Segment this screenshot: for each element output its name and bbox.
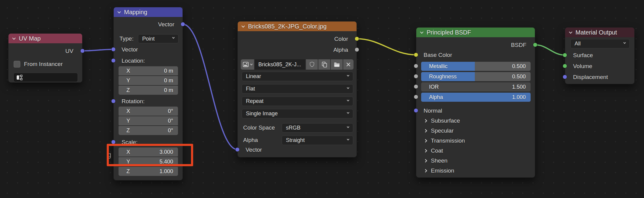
displacement-input-socket[interactable] [563, 75, 567, 79]
output-target-dropdown[interactable]: All [570, 39, 630, 48]
rotation-z-field[interactable]: Z 0° [119, 126, 178, 135]
color-output-label: Color [334, 35, 348, 43]
output-target-value: All [575, 41, 581, 47]
axis-label: X [126, 68, 130, 74]
principled-bsdf-node-header[interactable]: Principled BSDF [416, 28, 535, 37]
vector-input-label: Vector [246, 146, 262, 154]
chevron-down-icon [347, 138, 349, 140]
type-label: Type: [119, 35, 133, 43]
axis-label: X [126, 108, 130, 114]
extension-dropdown[interactable]: Repeat [242, 97, 353, 106]
interpolation-dropdown[interactable]: Linear [242, 72, 353, 81]
chevron-right-icon [424, 159, 427, 162]
image-texture-node[interactable]: Bricks085_2K-JPG_Color.jpg Color Alpha B… [237, 21, 357, 157]
collapse-chevron-icon[interactable] [12, 36, 15, 40]
collapse-chevron-icon[interactable] [241, 24, 245, 28]
ior-field[interactable]: IOR 1.500 [421, 82, 531, 91]
axis-value: 0 m [164, 87, 173, 94]
subsurface-panel[interactable]: Subsurface [424, 117, 460, 125]
slider-label: Roughness [429, 72, 457, 81]
duplicate-button[interactable] [318, 59, 330, 70]
material-output-node[interactable]: Material Output All Surface Volume Displ… [565, 27, 635, 84]
mapping-vector-input-socket[interactable] [111, 47, 116, 52]
alpha-mode-value: Straight [286, 137, 305, 144]
emission-panel[interactable]: Emission [424, 167, 454, 175]
panel-label: Coat [431, 147, 443, 154]
uv-map-node[interactable]: UV Map UV From Instancer [8, 33, 82, 83]
location-z-field[interactable]: Z 0 m [119, 86, 178, 95]
uv-vertex-icon [16, 74, 23, 81]
roughness-input-socket[interactable] [414, 74, 418, 79]
close-icon [346, 62, 351, 67]
collapse-chevron-icon[interactable] [569, 30, 572, 34]
volume-input-label: Volume [573, 62, 592, 71]
metallic-slider[interactable]: Metallic 0.500 [421, 62, 531, 71]
rotation-x-field[interactable]: X 0° [119, 107, 178, 116]
link-bsdf-to-surface [535, 45, 565, 55]
collapse-chevron-icon[interactable] [420, 30, 423, 34]
mapping-rotation-input-socket[interactable] [111, 99, 116, 104]
normal-input-socket[interactable] [414, 108, 418, 113]
bsdf-output-socket[interactable] [533, 43, 538, 47]
mapping-type-value: Point [142, 36, 155, 42]
location-x-field[interactable]: X 0 m [119, 66, 178, 75]
alpha-mode-dropdown[interactable]: Straight [282, 136, 353, 145]
slider-value: 1.000 [512, 93, 526, 102]
image-name-field[interactable]: Bricks085_2K-J... [255, 59, 305, 70]
fake-user-button[interactable] [306, 59, 318, 70]
uv-output-socket[interactable] [80, 49, 85, 53]
open-image-button[interactable] [331, 59, 343, 70]
chevron-down-icon [623, 41, 626, 44]
specular-panel[interactable]: Specular [424, 127, 454, 135]
chevron-right-icon [424, 119, 427, 122]
slider-label: IOR [429, 82, 439, 91]
ior-input-socket[interactable] [414, 84, 418, 89]
source-value: Single Image [246, 111, 278, 117]
roughness-slider[interactable]: Roughness 0.500 [421, 72, 531, 81]
coat-panel[interactable]: Coat [424, 147, 443, 155]
image-texture-node-header[interactable]: Bricks085_2K-JPG_Color.jpg [238, 21, 357, 31]
displacement-input-label: Displacement [573, 73, 608, 81]
axis-value: 0° [168, 127, 173, 134]
vector-input-label: Vector [122, 45, 138, 54]
transmission-panel[interactable]: Transmission [424, 137, 465, 145]
image-vector-input-socket[interactable] [235, 147, 240, 152]
from-instancer-checkbox[interactable] [14, 61, 20, 68]
slider-value: 0.500 [512, 72, 526, 81]
rotation-y-field[interactable]: Y 0° [119, 116, 178, 125]
sheen-panel[interactable]: Sheen [424, 157, 448, 165]
axis-label: Z [126, 87, 130, 94]
normal-input-label: Normal [424, 107, 442, 115]
base-color-input-socket[interactable] [414, 53, 418, 57]
uv-map-node-header[interactable]: UV Map [8, 34, 82, 43]
source-dropdown[interactable]: Single Image [242, 109, 353, 118]
location-y-field[interactable]: Y 0 m [119, 76, 178, 85]
unlink-button[interactable] [343, 59, 354, 70]
scale-z-field[interactable]: Z 1.000 [119, 167, 178, 176]
chevron-down-icon [347, 125, 349, 128]
base-color-label: Base Color [424, 51, 452, 59]
mapping-vector-output-socket[interactable] [181, 22, 185, 27]
uv-map-selector[interactable] [13, 73, 78, 82]
axis-value: 0 m [164, 78, 173, 84]
mapping-node-header[interactable]: Mapping [114, 7, 183, 17]
volume-input-socket[interactable] [563, 64, 567, 68]
surface-input-socket[interactable] [563, 53, 567, 58]
image-alpha-output-socket[interactable] [355, 48, 359, 52]
metallic-input-socket[interactable] [414, 64, 418, 68]
axis-label: Y [126, 118, 130, 124]
alpha-input-socket[interactable] [414, 95, 418, 99]
axis-value: 1.000 [159, 168, 173, 175]
alpha-slider[interactable]: Alpha 1.000 [421, 93, 531, 102]
material-output-node-header[interactable]: Material Output [565, 28, 634, 37]
collapse-chevron-icon[interactable] [117, 10, 121, 13]
image-browse-button[interactable] [241, 59, 254, 70]
principled-bsdf-node[interactable]: Principled BSDF BSDF Base Color Metallic… [416, 27, 535, 178]
mapping-location-input-socket[interactable] [111, 58, 116, 63]
projection-dropdown[interactable]: Flat [242, 84, 353, 94]
principled-bsdf-node-title: Principled BSDF [427, 29, 471, 36]
color-space-dropdown[interactable]: sRGB [282, 123, 353, 133]
mapping-type-dropdown[interactable]: Point [138, 34, 179, 43]
node-editor-canvas[interactable]: UV Map UV From Instancer Mapping Vector … [0, 0, 644, 198]
image-color-output-socket[interactable] [355, 37, 359, 41]
